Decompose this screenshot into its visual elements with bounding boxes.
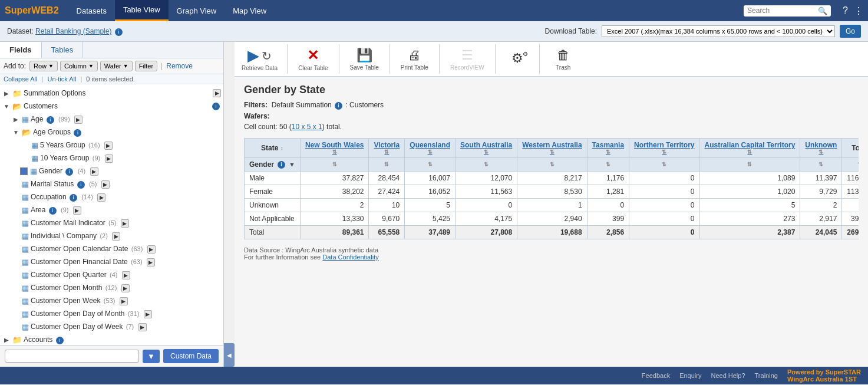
- act-sort-row[interactable]: ⇅: [699, 158, 800, 172]
- sa-sort-arrows[interactable]: ⇅: [460, 149, 512, 155]
- gender-info-icon[interactable]: i: [65, 168, 73, 176]
- list-item[interactable]: ▦ Marital Status i (5) ▶: [0, 177, 223, 190]
- tas-sort-arrows[interactable]: ⇅: [592, 149, 624, 155]
- fin-expand-icon[interactable]: ▶: [147, 258, 155, 266]
- data-confidentiality-link[interactable]: Data Confidentiality: [322, 254, 378, 261]
- wa-sort-row[interactable]: ⇅: [517, 158, 587, 172]
- age-expand-icon[interactable]: ▶: [74, 116, 82, 124]
- area-expand-icon[interactable]: ▶: [73, 206, 81, 215]
- age-info-icon[interactable]: i: [47, 116, 54, 124]
- qld-column-header[interactable]: Queensland⇅: [405, 139, 456, 158]
- toggle-agegroups-icon[interactable]: ▼: [12, 129, 20, 136]
- marital-info-icon[interactable]: i: [77, 181, 85, 189]
- qtr-expand-icon[interactable]: ▶: [122, 271, 130, 279]
- act-column-header[interactable]: Australian Capital Territory⇅: [699, 139, 800, 158]
- un-tick-all-link[interactable]: Un-tick All: [47, 75, 76, 83]
- list-item[interactable]: ▦ Customer Open Week (53) ▶: [0, 294, 223, 307]
- nt-sort-arrows[interactable]: ⇅: [634, 149, 694, 155]
- add-column-button[interactable]: Column ▼: [60, 61, 98, 71]
- nsw-sort-row[interactable]: ⇅: [300, 158, 369, 172]
- nav-map-view[interactable]: Map View: [225, 0, 275, 21]
- 5yr-expand-icon[interactable]: ▶: [104, 142, 113, 150]
- clear-table-group[interactable]: ✕ Clear Table: [295, 46, 331, 73]
- vic-sort-arrows[interactable]: ⇅: [374, 149, 400, 155]
- filter-search-input[interactable]: [5, 350, 139, 363]
- tas-sort-row[interactable]: ⇅: [587, 158, 629, 172]
- nav-graph-view[interactable]: Graph View: [169, 0, 225, 21]
- agegroups-info-icon[interactable]: i: [74, 129, 81, 137]
- occupation-info-icon[interactable]: i: [70, 194, 77, 202]
- list-item[interactable]: ▦ Customer Open Quarter (4) ▶: [0, 268, 223, 281]
- toggle-accounts-icon[interactable]: ▶: [2, 337, 11, 343]
- gender-header-info-icon[interactable]: i: [278, 161, 285, 169]
- list-item[interactable]: ▦ Occupation i (14) ▶: [0, 190, 223, 203]
- collapse-all-link[interactable]: Collapse All: [4, 75, 37, 83]
- cal-expand-icon[interactable]: ▶: [147, 245, 156, 254]
- nsw-column-header[interactable]: New South Wales⇅: [300, 139, 369, 158]
- list-item[interactable]: ▦ Customer Open Day of Month (31) ▶: [0, 307, 223, 320]
- gender-header-menu-icon[interactable]: ▼: [289, 161, 295, 168]
- dom-expand-icon[interactable]: ▶: [144, 310, 152, 318]
- list-item[interactable]: ▼ 📂 Customers i: [0, 100, 223, 113]
- feedback-link[interactable]: Feedback: [642, 372, 670, 379]
- collapse-panel-button[interactable]: ◀: [224, 343, 235, 367]
- 10yr-expand-icon[interactable]: ▶: [105, 154, 113, 163]
- custom-data-button[interactable]: Custom Data: [163, 349, 219, 363]
- total-sort-row[interactable]: ⇅: [842, 158, 859, 172]
- unknown-sort-row[interactable]: ⇅: [800, 158, 842, 172]
- wa-sort-arrows[interactable]: ⇅: [522, 149, 582, 155]
- gender-checkbox[interactable]: [20, 167, 28, 175]
- list-item[interactable]: ▦ Customer Open Calendar Date (63) ▶: [0, 242, 223, 255]
- nt-sort-row[interactable]: ⇅: [629, 158, 699, 172]
- week-expand-icon[interactable]: ▶: [120, 297, 128, 305]
- menu-icon[interactable]: ⋮: [854, 5, 863, 17]
- accounts-info-icon[interactable]: i: [56, 337, 64, 344]
- add-row-button[interactable]: Row ▼: [29, 61, 58, 71]
- qld-sort-row[interactable]: ⇅: [405, 158, 456, 172]
- search-input[interactable]: [747, 6, 818, 15]
- list-item[interactable]: ▼ 📂 Age Groups i: [0, 126, 223, 139]
- list-item[interactable]: ▦ Individual \ Company (2) ▶: [0, 229, 223, 242]
- add-wafer-button[interactable]: Wafer ▼: [100, 61, 133, 71]
- list-item[interactable]: ▶ ▦ Age i (99) ▶: [0, 113, 223, 126]
- area-info-icon[interactable]: i: [49, 207, 57, 215]
- unknown-sort-arrows[interactable]: ⇅: [805, 149, 837, 155]
- tab-fields[interactable]: Fields: [0, 42, 42, 58]
- sa-sort-row[interactable]: ⇅: [455, 158, 517, 172]
- expand-summation-icon[interactable]: ▶: [213, 89, 221, 97]
- retrieve-refresh-icon[interactable]: ↻: [262, 49, 272, 63]
- tab-tables[interactable]: Tables: [42, 42, 84, 58]
- toggle-customers-icon[interactable]: ▼: [2, 103, 11, 110]
- remove-button[interactable]: Remove: [166, 62, 193, 70]
- list-item[interactable]: ▦ Customer Mail Indicator (5) ▶: [0, 216, 223, 229]
- filter-info-icon[interactable]: i: [335, 102, 342, 110]
- occupation-expand-icon[interactable]: ▶: [97, 193, 105, 202]
- act-sort-arrows[interactable]: ⇅: [705, 149, 796, 155]
- record-view-group[interactable]: ☰ RecordVIEW: [447, 47, 488, 72]
- nav-datasets[interactable]: Datasets: [68, 0, 115, 21]
- wa-column-header[interactable]: Western Australia⇅: [517, 139, 587, 158]
- qld-sort-arrows[interactable]: ⇅: [410, 149, 450, 155]
- toggle-age-icon[interactable]: ▶: [12, 116, 20, 123]
- list-item[interactable]: ▦ Customer Open Day of Week (7) ▶: [0, 320, 223, 333]
- filter-button[interactable]: Filter: [135, 61, 157, 71]
- help-icon[interactable]: ?: [843, 5, 848, 16]
- dataset-info-icon[interactable]: i: [115, 28, 123, 36]
- download-format-select[interactable]: Excel 2007 (.xlsx)(max 16,384 columns x …: [602, 25, 835, 37]
- need-help-link[interactable]: Need Help?: [711, 372, 745, 379]
- state-sort-icon[interactable]: ↕: [280, 145, 283, 152]
- retrieve-play-icon[interactable]: ▶: [247, 47, 259, 65]
- save-table-group[interactable]: 💾 Save Table: [346, 47, 382, 72]
- list-item[interactable]: ▶ 📁 Summation Options ▶: [0, 87, 223, 100]
- nsw-sort-arrows[interactable]: ⇅: [305, 149, 364, 155]
- vic-column-header[interactable]: Victoria⇅: [369, 139, 405, 158]
- settings-group[interactable]: ⚙⚙: [503, 50, 532, 68]
- unknown-column-header[interactable]: Unknown⇅: [800, 139, 842, 158]
- vic-sort-row[interactable]: ⇅: [369, 158, 405, 172]
- dow-expand-icon[interactable]: ▶: [138, 323, 147, 331]
- training-link[interactable]: Training: [755, 372, 778, 379]
- list-item[interactable]: ▦ Area i (9) ▶: [0, 203, 223, 216]
- gender-expand-icon[interactable]: ▶: [90, 167, 98, 176]
- funnel-button[interactable]: ▼: [143, 350, 160, 363]
- go-button[interactable]: Go: [840, 25, 861, 38]
